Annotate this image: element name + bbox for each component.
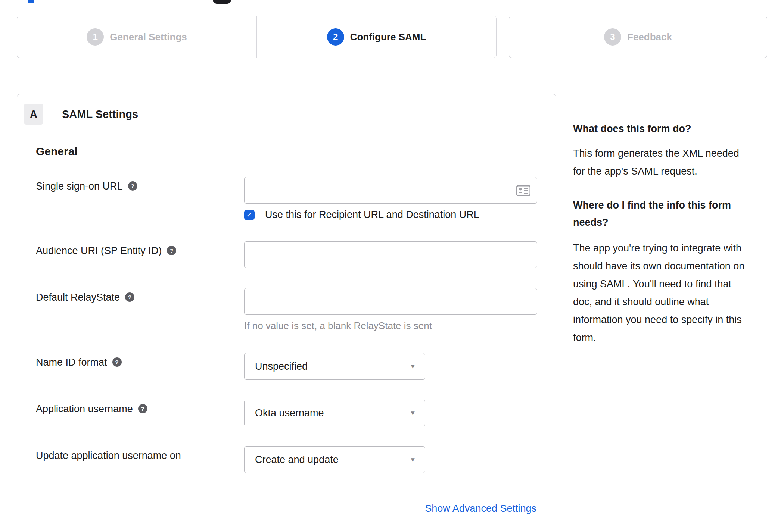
cutoff-dark-icon-fragment xyxy=(213,0,231,4)
sso-url-input[interactable] xyxy=(244,177,537,204)
stepper-box-right: 3 Feedback xyxy=(509,16,767,58)
help-icon[interactable]: ? xyxy=(128,181,137,191)
step-2-label: Configure SAML xyxy=(350,31,426,43)
step-1-label: General Settings xyxy=(110,31,187,43)
name-id-format-label: Name ID format xyxy=(36,356,107,368)
step-1-circle: 1 xyxy=(87,28,104,46)
dashed-divider xyxy=(26,531,547,531)
name-id-format-row: Name ID format ? Unspecified ▼ xyxy=(17,353,556,380)
relay-state-hint: If no value is set, a blank RelayState i… xyxy=(244,320,556,332)
step-general-settings[interactable]: 1 General Settings xyxy=(17,16,256,58)
chevron-down-icon: ▼ xyxy=(410,456,416,464)
relay-state-row: Default RelayState ? If no value is set,… xyxy=(17,288,556,332)
step-3-label: Feedback xyxy=(627,31,672,43)
sidebar-heading-what: What does this form do? xyxy=(573,121,752,136)
help-icon[interactable]: ? xyxy=(125,292,134,302)
saml-settings-panel: A SAML Settings General Single sign-on U… xyxy=(17,94,556,532)
chevron-down-icon: ▼ xyxy=(410,410,416,417)
help-icon[interactable]: ? xyxy=(167,246,176,255)
chevron-down-icon: ▼ xyxy=(410,363,416,370)
help-icon[interactable]: ? xyxy=(138,404,147,413)
sidebar-paragraph-what: This form generates the XML needed for t… xyxy=(573,144,752,180)
section-a-badge: A xyxy=(24,104,43,125)
panel-title: SAML Settings xyxy=(62,108,138,121)
step-feedback[interactable]: 3 Feedback xyxy=(509,16,767,58)
name-id-format-select[interactable]: Unspecified ▼ xyxy=(244,353,425,380)
contact-card-icon xyxy=(516,185,530,196)
general-section-title: General xyxy=(36,145,556,158)
application-username-value: Okta username xyxy=(255,407,324,419)
update-username-label: Update application username on xyxy=(36,450,181,461)
application-username-select[interactable]: Okta username ▼ xyxy=(244,400,425,426)
update-username-row: Update application username on Create an… xyxy=(17,446,556,473)
step-configure-saml[interactable]: 2 Configure SAML xyxy=(256,16,496,58)
application-username-row: Application username ? Okta username ▼ xyxy=(17,400,556,426)
panel-header: A SAML Settings xyxy=(24,104,556,125)
recipient-url-checkbox-label: Use this for Recipient URL and Destinati… xyxy=(265,209,479,220)
update-username-value: Create and update xyxy=(255,454,339,466)
stepper-box-left: 1 General Settings 2 Configure SAML xyxy=(17,16,497,58)
relay-state-label: Default RelayState xyxy=(36,291,120,303)
cutoff-blue-fragment xyxy=(28,0,34,3)
help-sidebar: What does this form do? This form genera… xyxy=(573,121,752,347)
application-username-label: Application username xyxy=(36,403,133,415)
recipient-url-checkbox[interactable]: ✓ xyxy=(244,210,255,220)
step-3-circle: 3 xyxy=(604,28,621,46)
wizard-stepper: 1 General Settings 2 Configure SAML 3 Fe… xyxy=(17,16,767,58)
sso-url-label: Single sign-on URL xyxy=(36,180,123,192)
sidebar-heading-where: Where do I find the info this form needs… xyxy=(573,197,752,231)
sso-url-row: Single sign-on URL ? ✓ Use this for Reci… xyxy=(17,177,556,220)
advanced-settings-row: Show Advanced Settings xyxy=(17,503,556,514)
sidebar-paragraph-where: The app you're trying to integrate with … xyxy=(573,239,752,347)
audience-uri-label: Audience URI (SP Entity ID) xyxy=(36,245,162,257)
update-username-select[interactable]: Create and update ▼ xyxy=(244,446,425,473)
show-advanced-settings-link[interactable]: Show Advanced Settings xyxy=(425,503,536,514)
audience-uri-row: Audience URI (SP Entity ID) ? xyxy=(17,241,556,268)
relay-state-input[interactable] xyxy=(244,288,537,315)
step-2-circle: 2 xyxy=(327,28,344,46)
name-id-format-value: Unspecified xyxy=(255,361,308,372)
audience-uri-input[interactable] xyxy=(244,241,537,268)
help-icon[interactable]: ? xyxy=(112,357,122,367)
